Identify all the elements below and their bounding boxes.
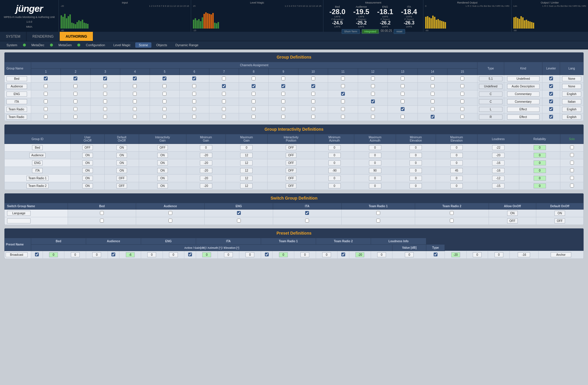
sg-default-btn-0[interactable]: ON <box>554 211 565 216</box>
gi-intpos-btn-5[interactable]: OFF <box>286 183 296 188</box>
gd-type-input-1[interactable] <box>479 84 502 89</box>
gi-solo-cb-4[interactable] <box>570 176 574 180</box>
pre-tr1-active-cb-0[interactable] <box>341 253 345 256</box>
gd-ch1-cb-4[interactable] <box>44 107 48 111</box>
gi-minel-inp-5[interactable] <box>410 183 422 188</box>
tab-authoring[interactable]: AUTHORING <box>60 32 93 41</box>
gi-rel-inp-3[interactable] <box>534 168 546 173</box>
gd-kind-input-0[interactable] <box>507 76 539 81</box>
pre-aud-gain-inp-0[interactable] <box>126 252 135 257</box>
gd-ch3-cb-5[interactable] <box>103 115 107 119</box>
tab-rendering[interactable]: RENDERING <box>26 32 60 41</box>
gd-ch7-cb-5[interactable] <box>222 115 226 119</box>
gi-mingain-inp-5[interactable] <box>200 183 212 188</box>
gi-loudness-inp-3[interactable] <box>492 168 505 173</box>
gd-leveler-cb-2[interactable] <box>549 92 553 96</box>
gd-ch4-cb-4[interactable] <box>133 107 137 111</box>
gd-ch3-cb-2[interactable] <box>103 92 107 96</box>
gi-user-btn-1[interactable]: ON <box>82 153 93 158</box>
gd-ch14-cb-2[interactable] <box>431 92 435 96</box>
gi-id-btn-2[interactable]: ENG <box>32 160 43 165</box>
gi-id-btn-3[interactable]: ITA <box>32 168 43 173</box>
gi-loudness-inp-4[interactable] <box>492 176 505 181</box>
gd-ch9-cb-5[interactable] <box>281 115 285 119</box>
gd-ch4-cb-0[interactable] <box>133 77 137 80</box>
gi-intgain-btn-4[interactable]: ON <box>157 176 168 181</box>
gd-ch13-cb-1[interactable] <box>401 84 405 88</box>
gi-maxel-inp-0[interactable] <box>450 145 463 150</box>
gd-ch1-cb-1[interactable] <box>44 84 48 88</box>
gi-intgain-btn-5[interactable]: ON <box>157 183 168 188</box>
sg-tr2-cb-1[interactable] <box>450 219 454 223</box>
gd-ch5-cb-1[interactable] <box>163 84 166 88</box>
gd-ch4-cb-3[interactable] <box>133 99 137 103</box>
pre-tr1-gain-inp-0[interactable] <box>355 252 364 257</box>
gi-id-btn-1[interactable]: Audience <box>29 153 46 158</box>
pre-tr2-active-cb-0[interactable] <box>434 253 437 256</box>
gd-ch14-cb-1[interactable] <box>431 84 435 88</box>
gd-ch1-cb-2[interactable] <box>44 92 48 96</box>
gd-ch14-cb-0[interactable] <box>431 77 435 80</box>
gd-ch15-cb-4[interactable] <box>460 107 464 111</box>
gd-ch10-cb-1[interactable] <box>311 84 315 88</box>
sg-ita-cb-1[interactable] <box>305 219 309 223</box>
pre-ita-gain-inp-0[interactable] <box>279 252 288 257</box>
gd-name-input-2[interactable] <box>6 92 27 97</box>
pre-aud-el-inp-0[interactable] <box>169 252 178 257</box>
gi-minaz-inp-3[interactable] <box>328 168 341 173</box>
gi-rel-inp-1[interactable] <box>534 153 546 158</box>
gd-ch6-cb-5[interactable] <box>192 115 196 119</box>
pre-bed-el-inp-0[interactable] <box>92 252 101 257</box>
gd-ch2-cb-2[interactable] <box>74 92 77 96</box>
gd-ch14-cb-4[interactable] <box>431 107 435 111</box>
pre-aud-az-inp-0[interactable] <box>147 252 156 257</box>
sg-name-inp-1[interactable] <box>7 218 31 223</box>
gi-maxgain-inp-1[interactable] <box>240 153 253 158</box>
gd-ch8-cb-1[interactable] <box>252 84 255 88</box>
gi-maxel-inp-5[interactable] <box>450 183 463 188</box>
gd-type-input-3[interactable] <box>479 99 502 104</box>
gi-minaz-inp-1[interactable] <box>328 153 341 158</box>
gd-lang-input-5[interactable] <box>562 114 581 120</box>
gd-kind-input-1[interactable] <box>507 84 539 89</box>
gi-loudness-inp-0[interactable] <box>492 145 505 150</box>
gi-intgain-btn-1[interactable]: ON <box>157 153 168 158</box>
gd-ch3-cb-1[interactable] <box>103 84 107 88</box>
sub-objects[interactable]: Objects <box>153 42 171 48</box>
gd-ch7-cb-0[interactable] <box>222 77 226 80</box>
gd-type-input-0[interactable] <box>479 76 502 81</box>
gd-ch6-cb-0[interactable] <box>192 77 196 80</box>
gi-intpos-btn-4[interactable]: OFF <box>286 176 296 181</box>
gi-maxel-inp-1[interactable] <box>450 153 463 158</box>
gi-minel-inp-2[interactable] <box>410 160 422 165</box>
gi-maxaz-inp-4[interactable] <box>369 176 381 181</box>
gi-maxel-inp-3[interactable] <box>450 168 463 173</box>
gd-ch10-cb-0[interactable] <box>311 77 315 80</box>
gd-ch8-cb-4[interactable] <box>252 107 255 111</box>
gd-ch12-cb-3[interactable] <box>371 99 375 103</box>
gd-ch12-cb-0[interactable] <box>371 77 375 80</box>
pre-tr2-el-inp-0[interactable] <box>495 252 503 257</box>
gi-default-btn-3[interactable]: ON <box>116 168 127 173</box>
pre-tr2-az-inp-0[interactable] <box>473 252 482 257</box>
gd-ch15-cb-1[interactable] <box>460 84 464 88</box>
sg-tr1-cb-0[interactable] <box>376 211 380 215</box>
gd-ch2-cb-1[interactable] <box>74 84 77 88</box>
gi-maxgain-inp-5[interactable] <box>240 183 253 188</box>
sg-tr2-cb-0[interactable] <box>450 211 454 215</box>
pre-eng-gain-inp-0[interactable] <box>202 252 211 257</box>
gi-minaz-inp-4[interactable] <box>328 176 341 181</box>
gd-ch12-cb-1[interactable] <box>371 84 375 88</box>
gi-maxel-inp-2[interactable] <box>450 160 463 165</box>
tab-system[interactable]: SYSTEM <box>0 32 26 41</box>
gd-ch10-cb-3[interactable] <box>311 99 315 103</box>
gd-name-input-1[interactable] <box>6 84 27 89</box>
gd-ch4-cb-5[interactable] <box>133 115 137 119</box>
gd-kind-input-4[interactable] <box>507 107 539 112</box>
gd-ch7-cb-1[interactable] <box>222 84 226 88</box>
sg-allow-btn-1[interactable]: OFF <box>507 218 518 223</box>
sg-bed-cb-0[interactable] <box>100 211 104 215</box>
gd-ch4-cb-1[interactable] <box>133 84 137 88</box>
gi-rel-inp-4[interactable] <box>534 176 546 181</box>
pre-eng-az-inp-0[interactable] <box>224 252 233 257</box>
